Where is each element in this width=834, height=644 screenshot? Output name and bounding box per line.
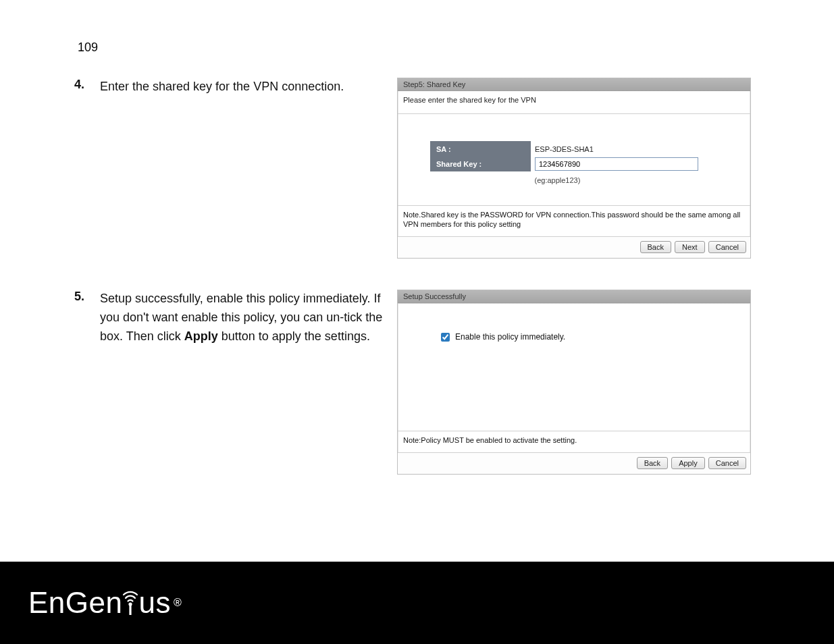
step-4-number: 4. (74, 78, 100, 92)
engenius-logo: EnGen us® (28, 586, 182, 620)
shared-key-example: (eg:apple123) (531, 171, 700, 186)
step-4-text: Enter the shared key for the VPN connect… (100, 78, 397, 97)
svg-rect-1 (130, 604, 132, 615)
step-4-row: 4. Enter the shared key for the VPN conn… (74, 78, 773, 259)
panel1-body: SA : ESP-3DES-SHA1 Shared Key : (eg:appl… (398, 114, 750, 206)
panel1-subtitle: Please enter the shared key for the VPN (398, 91, 750, 114)
panel1-title: Step5: Shared Key (398, 78, 750, 91)
shared-key-input[interactable] (535, 157, 698, 171)
step-5-text: Setup successfully, enable this policy i… (100, 290, 397, 346)
panel2-title: Setup Successfully (398, 290, 750, 303)
sa-label: SA : (431, 142, 531, 157)
page-content: 4. Enter the shared key for the VPN conn… (74, 78, 773, 495)
enable-policy-checkbox[interactable] (441, 333, 450, 342)
step-5-row: 5. Setup successfully, enable this polic… (74, 290, 773, 475)
brand-footer: EnGen us® (0, 562, 834, 644)
shared-key-table: SA : ESP-3DES-SHA1 Shared Key : (eg:appl… (430, 141, 700, 186)
step-5-text-post: button to apply the settings. (218, 329, 370, 343)
shared-key-label: Shared Key : (431, 157, 531, 171)
panel1-note: Note.Shared key is the PASSWORD for VPN … (398, 206, 750, 238)
apply-button[interactable]: Apply (671, 457, 705, 469)
cancel-button-2[interactable]: Cancel (708, 457, 746, 469)
panel2-note: Note:Policy MUST be enabled to activate … (398, 431, 750, 453)
step-5-number: 5. (74, 290, 100, 304)
enable-policy-row: Enable this policy immediately. (441, 332, 750, 342)
back-button-2[interactable]: Back (637, 457, 668, 469)
logo-text-right: us (138, 586, 170, 620)
back-button[interactable]: Back (640, 241, 671, 253)
panel1-button-row: Back Next Cancel (398, 237, 750, 258)
panel2-body: Enable this policy immediately. (398, 303, 750, 431)
enable-policy-label: Enable this policy immediately. (455, 332, 565, 342)
logo-text-left: EnGen (28, 586, 122, 620)
cancel-button[interactable]: Cancel (708, 241, 746, 253)
page-number: 109 (78, 41, 98, 55)
step-5-text-bold: Apply (184, 329, 218, 343)
setup-success-panel: Setup Successfully Enable this policy im… (397, 290, 751, 475)
next-button[interactable]: Next (675, 241, 705, 253)
registered-mark: ® (174, 597, 182, 609)
panel2-button-row: Back Apply Cancel (398, 453, 750, 474)
sa-value: ESP-3DES-SHA1 (531, 142, 700, 157)
wifi-icon (122, 589, 138, 616)
shared-key-panel: Step5: Shared Key Please enter the share… (397, 78, 751, 259)
